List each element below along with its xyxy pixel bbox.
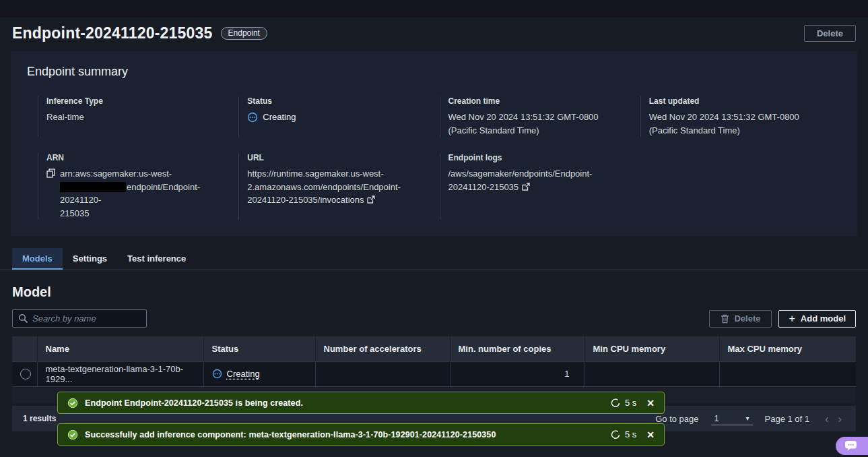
delete-endpoint-button[interactable]: Delete [804, 25, 856, 42]
external-link-icon [367, 194, 375, 208]
column-header-min-copies: Min. number of copies [450, 336, 585, 361]
toast-message: Endpoint Endpoint-20241120-215035 is bei… [85, 398, 604, 408]
inference-type-label: Inference Type [46, 96, 218, 106]
countdown-timer-icon [611, 398, 620, 408]
tab-test-inference[interactable]: Test inference [117, 248, 196, 270]
arn-value-part1: arn:aws:sagemaker:us-west- [60, 169, 172, 179]
column-header-max-cpu: Max CPU memory [719, 336, 856, 361]
tab-bar: Models Settings Test inference [0, 248, 868, 270]
arn-label: ARN [46, 153, 218, 162]
pagination: Go to page 1 ▾ Page 1 of 1 ‹ › [655, 412, 845, 425]
search-icon [18, 313, 28, 324]
toast-endpoint-created: Endpoint Endpoint-20241120-215035 is bei… [57, 392, 665, 414]
field-url: URL https://runtime.sagemaker.us-west-2.… [238, 153, 439, 220]
column-header-accelerators: Number of accelerators [315, 336, 450, 361]
page-select-dropdown[interactable]: 1 ▾ [711, 412, 753, 425]
close-icon[interactable]: ✕ [646, 429, 655, 440]
model-status-cell: Creating [212, 369, 307, 379]
success-check-icon [67, 429, 78, 440]
endpoint-summary-card: Endpoint summary Inference Type Real-tim… [11, 51, 857, 236]
field-endpoint-logs: Endpoint logs /aws/sagemaker/endpoints/E… [440, 153, 640, 220]
toast-inference-component-added: Successfully add inference component: me… [57, 423, 665, 446]
max-cpu-cell [719, 361, 856, 386]
chat-bubble-icon [844, 440, 858, 452]
row-select-radio[interactable] [20, 369, 31, 379]
previous-page-button[interactable]: ‹ [822, 413, 832, 425]
search-input[interactable] [32, 313, 141, 324]
toast-stack: Endpoint Endpoint-20241120-215035 is bei… [57, 392, 665, 446]
min-cpu-cell [585, 361, 719, 386]
endpoint-type-badge: Endpoint [221, 27, 267, 40]
field-status: Status Creating [238, 96, 439, 137]
last-updated-label: Last updated [649, 96, 821, 106]
close-icon[interactable]: ✕ [646, 398, 655, 408]
field-arn: ARN arn:aws:sagemaker:us-west- endpoint/… [38, 153, 238, 220]
arn-redaction-box [60, 182, 126, 192]
field-inference-type: Inference Type Real-time [38, 96, 238, 137]
model-name-cell: meta-textgeneration-llama-3-1-70b-1929..… [37, 361, 203, 386]
tab-models[interactable]: Models [12, 248, 63, 270]
creation-time-label: Creation time [448, 96, 620, 106]
endpoint-logs-link[interactable]: /aws/sagemaker/endpoints/Endpoint-202411… [448, 169, 593, 192]
chevron-down-icon: ▾ [746, 415, 749, 422]
countdown-timer-icon [611, 430, 620, 439]
model-controls: Delete + Add model [12, 309, 856, 328]
chat-widget-button[interactable] [836, 437, 868, 455]
column-header-name: Name [37, 336, 203, 361]
summary-title: Endpoint summary [27, 65, 841, 79]
success-check-icon [67, 398, 78, 408]
endpoint-logs-label: Endpoint logs [448, 153, 620, 162]
field-creation-time: Creation time Wed Nov 20 2024 13:51:32 G… [440, 96, 640, 137]
external-link-icon [522, 181, 530, 195]
results-count: 1 results [23, 414, 56, 423]
page-info: Page 1 of 1 [765, 414, 810, 424]
page-title: Endpoint-20241120-215035 [12, 24, 213, 42]
invocation-url-link[interactable]: https://runtime.sagemaker.us-west-2.amaz… [247, 169, 401, 205]
status-value: Creating [263, 111, 296, 124]
delete-model-button[interactable]: Delete [709, 310, 772, 328]
status-label: Status [247, 96, 419, 106]
url-label: URL [247, 153, 419, 162]
table-header-row: Name Status Number of accelerators Min. … [12, 336, 856, 361]
model-status-link[interactable]: Creating [227, 369, 260, 379]
column-header-min-cpu: Min CPU memory [585, 336, 719, 361]
toast-timer: 5 s [625, 429, 636, 439]
field-last-updated: Last updated Wed Nov 20 2024 13:51:32 GM… [640, 96, 841, 137]
plus-icon: + [789, 313, 795, 324]
inference-type-value: Real-time [46, 111, 218, 124]
select-all-header [12, 336, 37, 361]
next-page-button[interactable]: › [834, 413, 845, 425]
tab-settings[interactable]: Settings [63, 248, 117, 270]
copy-arn-button[interactable] [46, 169, 55, 180]
table-row: meta-textgeneration-llama-3-1-70b-1929..… [12, 361, 856, 386]
status-pending-icon [247, 112, 258, 123]
accelerators-cell [315, 361, 450, 386]
status-pending-icon [212, 369, 222, 379]
toast-message: Successfully add inference component: me… [85, 430, 604, 439]
page-header: Endpoint-20241120-215035 Endpoint Delete [0, 18, 868, 42]
add-model-button[interactable]: + Add model [778, 310, 856, 328]
model-search-box[interactable] [12, 309, 147, 328]
top-navigation-strip [0, 0, 868, 18]
toast-timer: 5 s [625, 398, 636, 408]
trash-icon [721, 314, 729, 324]
min-copies-cell: 1 [450, 361, 585, 386]
last-updated-value: Wed Nov 20 2024 13:51:32 GMT-0800 (Pacif… [649, 111, 821, 137]
creation-time-value: Wed Nov 20 2024 13:51:32 GMT-0800 (Pacif… [448, 111, 620, 137]
arn-value-part3: 215035 [60, 208, 89, 218]
model-section-title: Model [12, 284, 856, 300]
column-header-status: Status [203, 336, 315, 361]
